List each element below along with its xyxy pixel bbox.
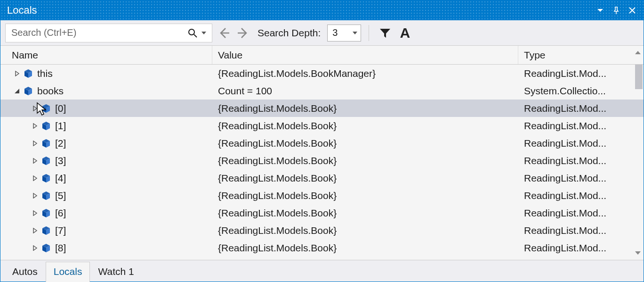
scrollbar-thumb[interactable] [635, 65, 643, 89]
cell-name[interactable]: books [0, 82, 212, 100]
object-icon [41, 138, 51, 149]
window-options-icon[interactable] [594, 4, 607, 17]
cell-value[interactable]: {ReadingList.Models.BookManager} [212, 65, 518, 82]
cell-name[interactable]: [6] [0, 204, 212, 222]
expander-icon[interactable] [14, 88, 20, 94]
bottom-tabs: AutosLocalsWatch 1 [0, 260, 644, 282]
toolbar: Search Depth: 3 A [0, 20, 644, 46]
svg-point-0 [189, 29, 194, 35]
cell-value[interactable]: {ReadingList.Models.Book} [212, 222, 518, 239]
text-format-button[interactable]: A [396, 25, 413, 41]
tab-locals[interactable]: Locals [46, 262, 90, 282]
cell-name[interactable]: [2] [0, 134, 212, 152]
cell-value[interactable]: {ReadingList.Models.Book} [212, 187, 518, 204]
expander-icon[interactable] [32, 105, 38, 112]
locals-grid: Name Value Type this{ReadingList.Models.… [0, 46, 644, 260]
cell-type[interactable]: ReadingList.Mod... [518, 222, 644, 239]
search-box[interactable] [5, 24, 212, 42]
expander-icon[interactable] [32, 140, 38, 147]
scroll-down-icon[interactable] [634, 248, 642, 259]
grid-row[interactable]: [1]{ReadingList.Models.Book}ReadingList.… [0, 117, 644, 134]
close-icon[interactable] [626, 4, 639, 17]
cell-name[interactable]: [1] [0, 117, 212, 134]
cell-name[interactable]: [3] [0, 152, 212, 169]
window-title: Locals [7, 4, 37, 17]
column-header-type[interactable]: Type [518, 46, 644, 64]
cell-name[interactable]: this [0, 65, 212, 82]
cell-type[interactable]: System.Collectio... [518, 82, 644, 100]
search-depth-dropdown[interactable]: 3 [327, 25, 361, 41]
grid-row[interactable]: [8]{ReadingList.Models.Book}ReadingList.… [0, 239, 644, 257]
locals-window: Locals [0, 0, 644, 282]
grid-header: Name Value Type [0, 46, 644, 65]
cell-name[interactable]: [8] [0, 239, 212, 257]
cell-value[interactable]: Count = 100 [212, 82, 518, 100]
object-icon [41, 173, 51, 183]
cell-type[interactable]: ReadingList.Mod... [518, 204, 644, 222]
cell-value[interactable]: {ReadingList.Models.Book} [212, 134, 518, 152]
cell-type[interactable]: ReadingList.Mod... [518, 169, 644, 187]
column-header-name[interactable]: Name [0, 46, 212, 64]
grid-row[interactable]: [4]{ReadingList.Models.Book}ReadingList.… [0, 169, 644, 187]
variable-name: [5] [55, 190, 66, 201]
toolbar-separator [369, 25, 369, 41]
cell-type[interactable]: ReadingList.Mod... [518, 187, 644, 204]
object-icon [23, 86, 33, 96]
expander-icon[interactable] [32, 192, 38, 199]
grid-row[interactable]: [0]{ReadingList.Models.Book}ReadingList.… [0, 100, 644, 117]
expander-icon[interactable] [32, 123, 38, 129]
grid-row[interactable]: this{ReadingList.Models.BookManager}Read… [0, 65, 644, 82]
cell-name[interactable]: [7] [0, 222, 212, 239]
grid-body[interactable]: this{ReadingList.Models.BookManager}Read… [0, 65, 644, 260]
search-forward-button[interactable] [235, 25, 252, 41]
grid-row[interactable]: booksCount = 100System.Collectio... [0, 82, 644, 100]
search-back-button[interactable] [215, 25, 232, 41]
tab-watch-1[interactable]: Watch 1 [90, 262, 142, 282]
cell-name[interactable]: [4] [0, 169, 212, 187]
cell-type[interactable]: ReadingList.Mod... [518, 100, 644, 117]
cell-type[interactable]: ReadingList.Mod... [518, 65, 644, 82]
cell-type[interactable]: ReadingList.Mod... [518, 239, 644, 257]
object-icon [41, 103, 51, 114]
cell-name[interactable]: [5] [0, 187, 212, 204]
tab-autos[interactable]: Autos [4, 262, 46, 282]
variable-name: books [37, 85, 64, 97]
search-icon[interactable] [187, 28, 198, 38]
search-options-dropdown-icon[interactable] [199, 28, 209, 38]
expander-icon[interactable] [32, 210, 38, 216]
cell-type[interactable]: ReadingList.Mod... [518, 152, 644, 169]
variable-name: [4] [55, 173, 66, 184]
filter-icon[interactable] [377, 25, 394, 41]
expander-icon[interactable] [14, 70, 20, 77]
search-input[interactable] [10, 27, 187, 39]
variable-name: [3] [55, 155, 66, 166]
grid-row[interactable]: [3]{ReadingList.Models.Book}ReadingList.… [0, 152, 644, 169]
grid-row[interactable]: [7]{ReadingList.Models.Book}ReadingList.… [0, 222, 644, 239]
cell-value[interactable]: {ReadingList.Models.Book} [212, 204, 518, 222]
title-bar: Locals [0, 0, 644, 20]
variable-name: [0] [55, 103, 66, 114]
scroll-up-icon[interactable] [634, 48, 642, 59]
cell-type[interactable]: ReadingList.Mod... [518, 117, 644, 134]
cell-value[interactable]: {ReadingList.Models.Book} [212, 169, 518, 187]
scrollbar[interactable] [635, 65, 643, 260]
grid-row[interactable]: [2]{ReadingList.Models.Book}ReadingList.… [0, 134, 644, 152]
object-icon [41, 225, 51, 236]
cell-value[interactable]: {ReadingList.Models.Book} [212, 100, 518, 117]
expander-icon[interactable] [32, 175, 38, 182]
column-header-value[interactable]: Value [212, 46, 518, 64]
cell-name[interactable]: [0] [0, 100, 212, 117]
cell-value[interactable]: {ReadingList.Models.Book} [212, 239, 518, 257]
grid-row[interactable]: [5]{ReadingList.Models.Book}ReadingList.… [0, 187, 644, 204]
object-icon [41, 208, 51, 218]
pin-icon[interactable] [610, 4, 623, 17]
cell-value[interactable]: {ReadingList.Models.Book} [212, 152, 518, 169]
expander-icon[interactable] [32, 245, 38, 251]
variable-name: [1] [55, 120, 66, 132]
object-icon [41, 121, 51, 131]
expander-icon[interactable] [32, 227, 38, 234]
expander-icon[interactable] [32, 158, 38, 164]
cell-value[interactable]: {ReadingList.Models.Book} [212, 117, 518, 134]
cell-type[interactable]: ReadingList.Mod... [518, 134, 644, 152]
grid-row[interactable]: [6]{ReadingList.Models.Book}ReadingList.… [0, 204, 644, 222]
